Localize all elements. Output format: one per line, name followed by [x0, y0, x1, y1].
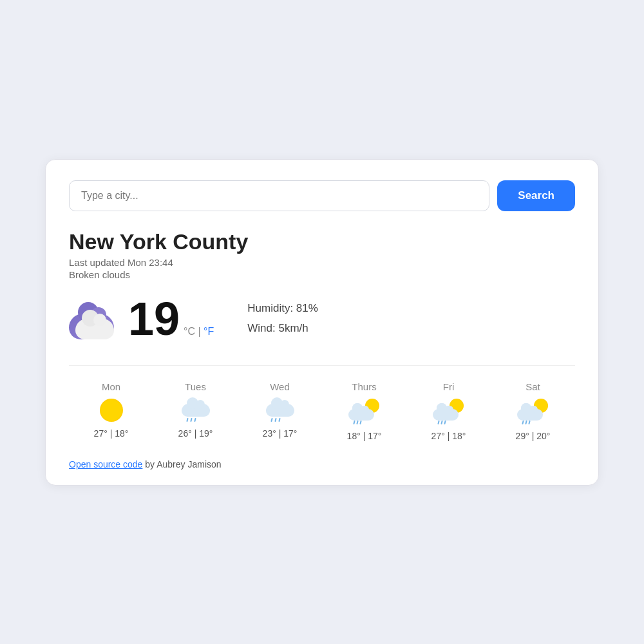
forecast-temp: 23° | 17° — [263, 428, 298, 439]
open-source-link[interactable]: Open source code — [69, 459, 142, 469]
forecast-day: Tues 26° | 19° — [153, 381, 238, 441]
forecast-icon — [348, 399, 381, 424]
sun-cloud-rain-icon — [517, 399, 549, 424]
forecast-icon — [266, 399, 294, 422]
forecast-day: Thurs 18° | 17° — [322, 381, 406, 441]
search-input[interactable] — [69, 180, 489, 211]
forecast-icon — [433, 399, 465, 424]
sun-cloud-rain-icon — [433, 399, 465, 424]
weather-description: Broken clouds — [69, 269, 575, 280]
forecast-temp: 27° | 18° — [94, 428, 129, 439]
forecast-day: Fri 27° | 18° — [406, 381, 491, 441]
forecast-temp: 27° | 18° — [431, 431, 466, 441]
current-weather-icon — [69, 298, 120, 339]
unit-separator: | — [198, 326, 204, 337]
wind: Wind: 5km/h — [247, 319, 318, 339]
cloud-rain-icon — [266, 399, 294, 422]
forecast-temp: 26° | 19° — [178, 428, 213, 439]
forecast-day: Mon27° | 18° — [69, 381, 153, 441]
sun-icon — [100, 399, 123, 422]
weather-card: Search New York County Last updated Mon … — [45, 159, 599, 486]
forecast-day-label: Thurs — [352, 381, 376, 392]
current-weather: 19 °C | °F Humidity: 81% Wind: 5km/h — [69, 296, 575, 342]
forecast-day: Sat 29° | 20° — [491, 381, 575, 441]
forecast-day-label: Tues — [185, 381, 206, 392]
celsius-label[interactable]: °C — [184, 326, 195, 337]
temperature-block: 19 °C | °F — [128, 296, 214, 342]
forecast-day: Wed 23° | 17° — [238, 381, 322, 441]
footer: Open source code by Aubrey Jamison — [69, 459, 575, 469]
sun-cloud-rain-icon — [348, 399, 381, 424]
forecast-icon — [100, 399, 123, 422]
forecast-day-label: Mon — [102, 381, 120, 392]
fahrenheit-label[interactable]: °F — [204, 326, 214, 337]
forecast-icon — [182, 399, 210, 422]
footer-by: by Aubrey Jamison — [142, 459, 221, 469]
forecast-day-label: Wed — [270, 381, 290, 392]
search-button[interactable]: Search — [497, 180, 575, 211]
forecast-day-label: Sat — [526, 381, 540, 392]
last-updated: Last updated Mon 23:44 — [69, 257, 575, 268]
weather-details: Humidity: 81% Wind: 5km/h — [247, 299, 318, 338]
forecast-row: Mon27° | 18°Tues 26° | 19°Wed — [69, 365, 575, 441]
forecast-temp: 29° | 20° — [516, 431, 551, 441]
forecast-day-label: Fri — [443, 381, 455, 392]
city-name: New York County — [69, 229, 575, 254]
forecast-temp: 18° | 17° — [347, 431, 382, 441]
humidity: Humidity: 81% — [247, 299, 318, 319]
search-row: Search — [69, 180, 575, 211]
cloud-rain-icon — [182, 399, 210, 422]
temperature-unit: °C | °F — [184, 326, 214, 337]
temperature-value: 19 — [128, 296, 180, 342]
forecast-icon — [517, 399, 549, 424]
